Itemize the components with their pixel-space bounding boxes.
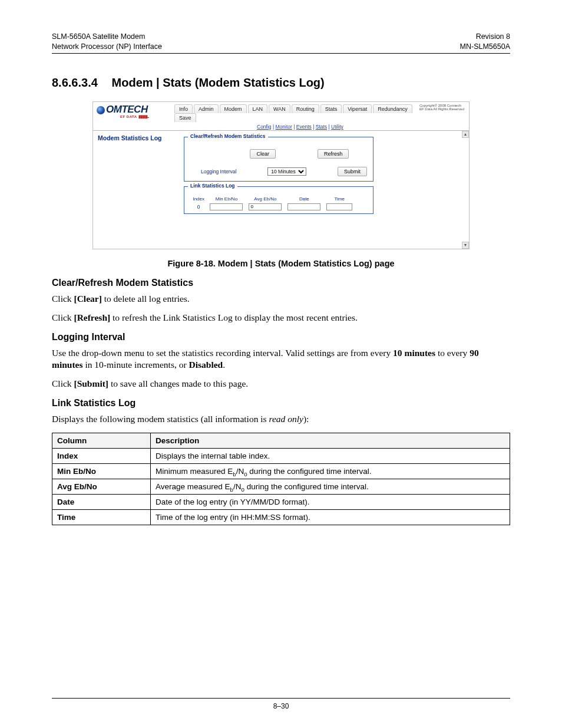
- paragraph: Displays the following modem statistics …: [52, 413, 510, 425]
- figure: OMTECH EF DATA ▮▮▮▮▮... Info Admin Modem…: [52, 101, 510, 268]
- page-footer: 8–30: [0, 698, 562, 710]
- submit-button[interactable]: Submit: [338, 167, 367, 176]
- tab-vipersat[interactable]: Vipersat: [343, 104, 372, 113]
- subhead-clear-refresh: Clear/Refresh Modem Statistics: [52, 278, 510, 288]
- col-date: Date: [285, 195, 323, 203]
- subnav-stats[interactable]: Stats: [316, 124, 327, 130]
- tab-wan[interactable]: WAN: [269, 104, 290, 113]
- subnav-events[interactable]: Events: [296, 124, 312, 130]
- logo-bars: ▮▮▮▮▮...: [138, 114, 149, 118]
- cell-min-ebno: [210, 203, 243, 210]
- cell-avg-ebno: [249, 203, 282, 210]
- paragraph: Click [Submit] to save all changes made …: [52, 378, 510, 390]
- section-number: 8.6.6.3.4: [52, 76, 108, 90]
- section-heading: 8.6.6.3.4 Modem | Stats (Modem Statistic…: [52, 76, 510, 90]
- tab-save[interactable]: Save: [174, 113, 196, 122]
- clear-button[interactable]: Clear: [250, 149, 276, 159]
- subhead-link-stats-log: Link Statistics Log: [52, 398, 510, 409]
- page-title: Modem Statistics Log: [98, 134, 173, 141]
- col-time: Time: [323, 195, 355, 203]
- figure-caption: Figure 8-18. Modem | Stats (Modem Statis…: [52, 259, 510, 268]
- cell-index: 0: [190, 203, 207, 211]
- tab-admin[interactable]: Admin: [194, 104, 219, 113]
- header-right-2: MN-SLM5650A: [460, 42, 510, 52]
- cell-date: [287, 203, 320, 210]
- paragraph: Use the drop-down menu to set the statis…: [52, 347, 510, 371]
- logging-interval-label: Logging Interval: [201, 169, 237, 174]
- tab-redundancy[interactable]: Redundancy: [373, 104, 412, 113]
- table-row: Date Date of the log entry (in YY/MM/DD …: [52, 494, 510, 509]
- paragraph: Click [Clear] to delete all log entries.: [52, 293, 510, 305]
- table-row: Time Time of the log entry (in HH:MM:SS …: [52, 509, 510, 525]
- fieldset-link-stats-legend: Link Statistics Log: [188, 183, 237, 189]
- globe-icon: [97, 106, 105, 114]
- header-left-2: Network Processor (NP) Interface: [52, 42, 162, 52]
- tab-info[interactable]: Info: [174, 104, 193, 113]
- tab-modem[interactable]: Modem: [220, 104, 247, 113]
- scroll-down-icon[interactable]: ▾: [462, 242, 469, 249]
- col-index: Index: [190, 195, 207, 203]
- tab-lan[interactable]: LAN: [248, 104, 268, 113]
- th-description: Description: [151, 433, 510, 448]
- subnav: Config | Monitor | Events | Stats | Util…: [257, 124, 417, 130]
- screenshot: OMTECH EF DATA ▮▮▮▮▮... Info Admin Modem…: [92, 101, 470, 249]
- th-column: Column: [52, 433, 151, 448]
- subnav-utility[interactable]: Utility: [331, 124, 343, 130]
- col-avg-ebno: Avg Eb/No: [246, 195, 285, 203]
- subnav-config[interactable]: Config: [257, 124, 272, 130]
- table-row: Min Eb/No Minimum measured Eb/N0 during …: [52, 463, 510, 479]
- logo-sub: EF DATA: [120, 115, 137, 118]
- refresh-button[interactable]: Refresh: [318, 149, 349, 159]
- tab-stats[interactable]: Stats: [320, 104, 342, 113]
- header-left-1: SLM-5650A Satellite Modem: [52, 32, 162, 42]
- logging-interval-select[interactable]: 10 Minutes: [267, 167, 306, 176]
- description-table: Column Description Index Displays the in…: [52, 433, 510, 525]
- scrollbar[interactable]: ▴ ▾: [462, 131, 469, 249]
- scroll-up-icon[interactable]: ▴: [462, 131, 469, 138]
- logo: OMTECH EF DATA ▮▮▮▮▮...: [97, 104, 174, 119]
- page-header: SLM-5650A Satellite Modem Network Proces…: [52, 32, 510, 54]
- table-row: Index Displays the internal table index.: [52, 448, 510, 463]
- paragraph: Click [Refresh] to refresh the Link Stat…: [52, 312, 510, 324]
- header-right-1: Revision 8: [460, 32, 510, 42]
- subhead-logging-interval: Logging Interval: [52, 332, 510, 342]
- col-min-ebno: Min Eb/No: [207, 195, 246, 203]
- subnav-monitor[interactable]: Monitor: [276, 124, 292, 130]
- table-row: 0: [190, 203, 355, 211]
- page-number: 8–30: [273, 702, 289, 710]
- fieldset-clear-refresh-legend: Clear/Refresh Modem Statistics: [188, 133, 268, 139]
- copyright: Copyright© 2008 Comtech EF Data All Righ…: [417, 104, 465, 111]
- cell-time: [326, 203, 352, 210]
- section-title: Modem | Stats (Modem Statistics Log): [112, 76, 325, 89]
- tab-routing[interactable]: Routing: [292, 104, 319, 113]
- table-row: Avg Eb/No Average measured Eb/N0 during …: [52, 479, 510, 494]
- logo-text: OMTECH: [106, 104, 148, 115]
